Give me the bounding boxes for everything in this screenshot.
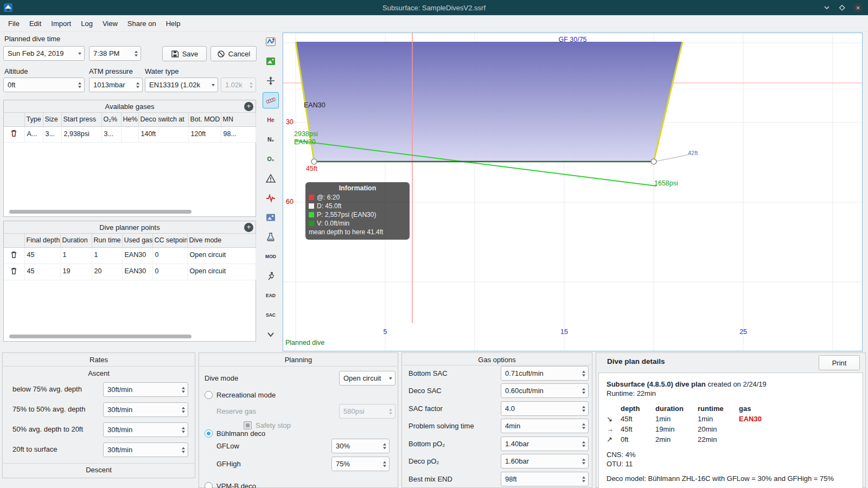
sac-factor-spinbox[interactable]: 4.0 [501, 401, 589, 416]
cell-final-depth[interactable]: 45 [24, 247, 60, 264]
cell-deco-switch[interactable]: 140ft [138, 126, 188, 142]
spin-arrows-icon[interactable] [135, 50, 138, 56]
spin-arrows-icon[interactable] [582, 441, 585, 447]
dive-profile-chart[interactable]: GF 30/75 30 60 5 15 25 EAN30 2938psi EAN… [283, 33, 863, 351]
cell-size[interactable]: 3... [43, 126, 61, 142]
pp-oxygen-icon[interactable]: O₂ [263, 151, 279, 167]
planner-points-table[interactable]: Final depth Duration Run time Used gas C… [4, 234, 256, 280]
sac-icon[interactable]: SAC [263, 307, 279, 323]
cell-type[interactable]: A... [24, 126, 43, 142]
cell-duration[interactable]: 19 [60, 264, 92, 280]
water-type-combobox[interactable]: EN13319 (1.02k [145, 78, 218, 92]
pp-helium-icon[interactable]: He [263, 112, 279, 128]
horizontal-scrollbar[interactable] [9, 210, 192, 214]
spin-arrows-icon[interactable] [582, 388, 585, 394]
gfhigh-spinbox[interactable]: 75% [331, 457, 390, 471]
cell-used-gas[interactable]: EAN30 [122, 264, 152, 280]
menu-import[interactable]: Import [46, 17, 76, 30]
cell-start-press[interactable]: 2,938psi [61, 126, 101, 142]
add-cylinder-button[interactable]: + [244, 102, 253, 111]
vpmb-deco-radio[interactable] [205, 482, 213, 488]
cell-dive-mode[interactable]: Open circuit [187, 264, 256, 280]
spin-arrows-icon[interactable] [136, 82, 139, 88]
cell-he[interactable] [121, 126, 138, 142]
dive-computer-icon[interactable] [263, 34, 279, 50]
deco-po2-spinbox[interactable]: 1.60bar [501, 454, 589, 468]
cancel-button[interactable]: Cancel [210, 46, 257, 61]
cylinder-row[interactable]: A... 3... 2,938psi 3... 140ft 120ft 98..… [4, 126, 256, 142]
ascent-rate-spinbox-2[interactable]: 30ft/min [103, 402, 188, 417]
planner-handle-left[interactable] [311, 159, 317, 164]
planner-handle-right[interactable] [651, 159, 656, 164]
ead-icon[interactable]: EAD [263, 287, 279, 304]
best-mix-end-spinbox[interactable]: 98ft [501, 472, 589, 486]
spin-arrows-icon[interactable] [383, 461, 386, 467]
spin-arrows-icon[interactable] [182, 407, 185, 413]
horizontal-scrollbar[interactable] [9, 335, 192, 338]
delete-cylinder-icon[interactable] [10, 129, 18, 137]
menu-log[interactable]: Log [76, 17, 98, 30]
dive-date-combobox[interactable]: Sun Feb 24, 2019 [3, 46, 85, 61]
problem-solving-time-spinbox[interactable]: 4min [501, 419, 589, 433]
heart-rate-icon[interactable] [263, 190, 279, 206]
spin-arrows-icon[interactable] [182, 447, 185, 453]
print-button[interactable]: Print [819, 355, 860, 370]
ascent-rate-spinbox-3[interactable]: 30ft/min [103, 422, 188, 437]
cell-dive-mode[interactable]: Open circuit [187, 247, 256, 264]
pp-nitrogen-icon[interactable]: N₂ [263, 131, 279, 147]
menu-share-on[interactable]: Share on [123, 17, 161, 30]
cell-mnd[interactable]: 98... [221, 126, 256, 142]
ceiling-icon[interactable] [263, 170, 279, 187]
gflow-spinbox[interactable]: 30% [331, 439, 390, 453]
ascent-rate-spinbox-1[interactable]: 30ft/min [103, 382, 188, 397]
ruler-icon[interactable] [263, 92, 279, 108]
tissues-icon[interactable] [263, 229, 279, 245]
bottom-sac-spinbox[interactable]: 0.71cuft/min [501, 366, 589, 381]
cell-cc-setpoint[interactable]: 0 [152, 264, 187, 280]
spin-arrows-icon[interactable] [582, 476, 585, 482]
spin-arrows-icon[interactable] [78, 82, 81, 88]
spin-arrows-icon[interactable] [582, 423, 585, 429]
spin-arrows-icon[interactable] [582, 406, 585, 412]
deco-sac-spinbox[interactable]: 0.60cuft/min [501, 383, 589, 398]
collapse-icon[interactable] [263, 326, 279, 343]
planner-point-row[interactable]: 45 1 1 EAN30 0 Open circuit [4, 247, 256, 264]
menu-view[interactable]: View [98, 17, 123, 30]
spin-arrows-icon[interactable] [182, 387, 185, 393]
ascent-rate-spinbox-4[interactable]: 30ft/min [103, 442, 188, 457]
menu-edit[interactable]: Edit [24, 17, 46, 30]
spin-arrows-icon[interactable] [582, 458, 585, 464]
photos-icon[interactable] [263, 53, 279, 69]
menu-help[interactable]: Help [161, 17, 186, 30]
shade-icon[interactable] [823, 4, 831, 11]
mod-icon[interactable]: MOD [263, 248, 279, 265]
cell-final-depth[interactable]: 45 [24, 264, 60, 280]
altitude-spinbox[interactable]: 0ft [3, 78, 85, 92]
cell-bot-mod[interactable]: 120ft [188, 126, 221, 142]
dive-mode-combobox[interactable]: Open circuit [339, 371, 395, 386]
scale-icon[interactable] [263, 73, 279, 89]
spin-arrows-icon[interactable] [582, 370, 585, 376]
cell-used-gas[interactable]: EAN30 [122, 247, 152, 264]
menu-file[interactable]: File [3, 17, 24, 30]
cylinders-table[interactable]: Type Size Start press O₂% He% Deco switc… [4, 113, 256, 143]
atm-pressure-spinbox[interactable]: 1013mbar [89, 78, 143, 92]
cell-o2[interactable]: 3... [101, 126, 121, 142]
cell-run-time[interactable]: 20 [92, 264, 122, 280]
close-icon[interactable]: × [853, 3, 863, 12]
dive-time-spinbox[interactable]: 7:38 PM [89, 46, 141, 61]
cell-cc-setpoint[interactable]: 0 [152, 247, 187, 264]
cell-duration[interactable]: 1 [60, 247, 92, 264]
delete-point-icon[interactable] [10, 267, 18, 275]
bottom-po2-spinbox[interactable]: 1.40bar [501, 436, 589, 451]
spin-arrows-icon[interactable] [182, 427, 185, 433]
picture-icon[interactable] [263, 209, 279, 226]
recreational-mode-radio[interactable] [205, 391, 213, 399]
maximize-icon[interactable] [838, 4, 846, 11]
add-point-button[interactable]: + [244, 223, 253, 232]
cell-run-time[interactable]: 1 [92, 247, 122, 264]
sac-rate-icon[interactable] [263, 268, 279, 284]
planner-point-row[interactable]: 45 19 20 EAN30 0 Open circuit [4, 264, 256, 280]
delete-point-icon[interactable] [10, 251, 18, 259]
buhlmann-deco-radio[interactable] [205, 429, 213, 438]
